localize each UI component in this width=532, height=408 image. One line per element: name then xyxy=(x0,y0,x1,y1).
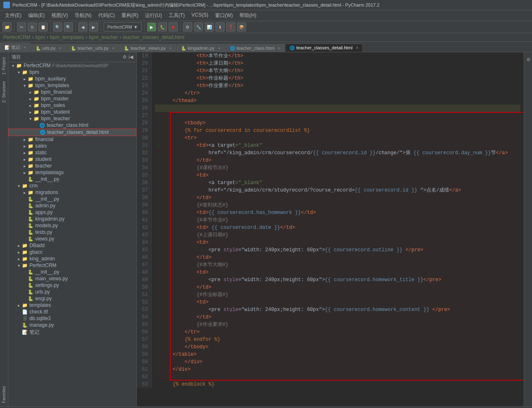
tree-item-admin.py[interactable]: 🐍admin.py xyxy=(8,202,136,209)
tree-item-sales[interactable]: ▸📁sales xyxy=(8,143,136,149)
code-line-32[interactable]: href="/king_admin/crm/courserecord/{{ co… xyxy=(155,149,520,157)
tree-item-templates[interactable]: ▸📁templates xyxy=(8,302,136,308)
code-line-43[interactable]: {#上课日期#} xyxy=(155,231,520,239)
tree-item-migrations[interactable]: ▸📁migrations xyxy=(8,189,136,196)
tree-item-student[interactable]: ▸📁student xyxy=(8,156,136,163)
code-line-63[interactable]: {% endblock %} xyxy=(155,381,520,388)
code-line-41[interactable]: {#本节作业#} xyxy=(155,216,520,224)
code-line-62[interactable] xyxy=(155,373,520,381)
tree-item-bpm_templates[interactable]: ▾📁bpm_templates xyxy=(8,82,136,89)
tree-item-king_admin[interactable]: ▸📁king_admin xyxy=(8,255,136,262)
toolbar-btn-misc5[interactable]: ❓ xyxy=(226,22,235,32)
menu-item[interactable]: 视图(V) xyxy=(48,11,71,20)
tree-item-manage.py[interactable]: 🐍manage.py xyxy=(8,322,136,328)
code-line-61[interactable]: </div> xyxy=(155,366,520,373)
menu-item[interactable]: 导航(N) xyxy=(71,11,95,20)
tab-kingadmin-py[interactable]: 🐍kingadmin.py× xyxy=(177,44,225,52)
code-line-46[interactable]: </td> xyxy=(155,254,520,261)
tab-teacher_views-py[interactable]: 🐍teacher_views.py× xyxy=(119,44,176,52)
tree-item-static[interactable]: ▸📁static xyxy=(8,149,136,156)
tree-item-bpm_student[interactable]: ▸📁bpm_student xyxy=(8,109,136,115)
code-line-57[interactable]: {% endfor %} xyxy=(155,336,520,343)
code-editor[interactable]: 1920212223242526272829303132333435363738… xyxy=(137,52,524,406)
menu-item[interactable]: 运行(U) xyxy=(142,11,165,20)
tree-item-financial[interactable]: ▸📁financial xyxy=(8,136,136,143)
code-line-45[interactable]: <pre style="width: 240px;height: 60px">{… xyxy=(155,246,520,254)
tree-item-__init__.py[interactable]: 🐍__init__.py xyxy=(8,176,136,182)
tab-urls-py[interactable]: 🐍urls.py× xyxy=(31,44,66,52)
tree-item-teacher_class.html[interactable]: 🌐teacher_class.html xyxy=(8,122,136,129)
code-line-36[interactable]: <a target="_blank" xyxy=(155,179,520,187)
side-tab-structure[interactable]: 2: Structure xyxy=(0,78,7,106)
tree-item-teacher[interactable]: ▸📁teacher xyxy=(8,163,136,169)
code-line-39[interactable]: {#签到状态#} xyxy=(155,202,520,209)
code-line-21[interactable]: <th>本节大纲</th> xyxy=(155,67,520,75)
right-tab-1[interactable]: ⚙ xyxy=(525,54,532,65)
tree-item-__init__.py[interactable]: 🐍__init__.py xyxy=(8,196,136,202)
tree-item-models.py[interactable]: 🐍models.py xyxy=(8,222,136,229)
tree-item-db.sqlite3[interactable]: 🗄db.sqlite3 xyxy=(8,315,136,322)
tree-item-笔记[interactable]: 📝笔记 xyxy=(8,328,136,336)
tree-item-teacher_classes_detail.html[interactable]: 🌐teacher_classes_detail.html xyxy=(8,129,136,136)
side-tab-project[interactable]: 1: Project xyxy=(0,54,7,78)
tree-item-main_views.py[interactable]: 🐍main_views.py xyxy=(8,275,136,282)
toolbar-stop[interactable]: ⏹ xyxy=(169,22,178,32)
toolbar-btn-search1[interactable]: 🔍 xyxy=(53,22,62,32)
nav-bpm[interactable]: bpm xyxy=(35,34,45,40)
toolbar-project-dropdown[interactable]: PerfectCRM ▼ xyxy=(104,22,142,32)
tree-item-templatetags[interactable]: ▸📁templatetags xyxy=(8,169,136,176)
toolbar-btn-misc2[interactable]: 🔧 xyxy=(194,22,203,32)
code-line-30[interactable]: <tr> xyxy=(155,134,520,142)
code-line-27[interactable] xyxy=(155,112,520,119)
toolbar-btn-fwd[interactable]: ▶ xyxy=(89,22,98,32)
toolbar-btn-paste[interactable]: 📋 xyxy=(39,22,48,32)
code-line-35[interactable]: <td> xyxy=(155,172,520,179)
tree-item-views.py[interactable]: 🐍views.py xyxy=(8,236,136,242)
tree-item-PerfectCRM[interactable]: ▾📁PerfectCRM xyxy=(8,262,136,269)
tree-item-bpm_financial[interactable]: ▸📁bpm_financial xyxy=(8,89,136,95)
code-line-20[interactable]: <th>上课日期</th> xyxy=(155,60,520,67)
code-line-51[interactable]: {#作业标题#} xyxy=(155,291,520,299)
nav-perfectcrm[interactable]: PerfectCRM xyxy=(3,34,30,40)
code-line-37[interactable]: href="/king_admin/crm/studyrecord/?cours… xyxy=(155,187,520,194)
tree-header-btn1[interactable]: ⚙ xyxy=(123,54,127,60)
code-line-19[interactable]: <th>本节作业</th> xyxy=(155,52,520,60)
tree-item-bpm_sales[interactable]: ▸📁bpm_sales xyxy=(8,102,136,109)
code-line-59[interactable]: </table> xyxy=(155,351,520,358)
tree-item-wsgi.py[interactable]: 🐍wsgi.py xyxy=(8,295,136,302)
code-line-53[interactable]: <pre style="width: 240px;height: 60px">{… xyxy=(155,306,520,313)
toolbar-btn-misc6[interactable]: 📦 xyxy=(237,22,246,32)
menu-item[interactable]: 工具(T) xyxy=(165,11,188,20)
code-line-26[interactable] xyxy=(155,104,520,112)
tree-item-bpm_teacher[interactable]: ▾📁bpm_teacher xyxy=(8,115,136,122)
menu-item[interactable]: 重构(R) xyxy=(118,11,142,20)
tree-item-bpm_auxiliary[interactable]: ▸📁bpm_auxiliary xyxy=(8,75,136,82)
code-line-31[interactable]: → <td><a target="_blank" xyxy=(155,142,520,149)
tree-item-kingadmin.py[interactable]: 🐍kingadmin.py xyxy=(8,216,136,222)
code-line-42[interactable]: <td> {{ courserecord.date }}</td> xyxy=(155,224,520,231)
code-line-49[interactable]: <pre style="width: 240px;height: 60px">{… xyxy=(155,276,520,284)
tree-item-DBadd[interactable]: ▸📁DBadd xyxy=(8,242,136,249)
code-line-33[interactable]: </td> xyxy=(155,157,520,164)
nav-file[interactable]: teacher_classes_detail.html xyxy=(123,34,184,40)
code-line-23[interactable]: <th>作业要求</th> xyxy=(155,82,520,90)
toolbar-debug[interactable]: 🐛 xyxy=(158,22,167,32)
tree-item-tests.py[interactable]: 🐍tests.py xyxy=(8,229,136,236)
toolbar-btn-1[interactable]: 📁 xyxy=(2,22,12,32)
tree-item-apps.py[interactable]: 🐍apps.py xyxy=(8,209,136,216)
code-line-22[interactable]: <th>作业标题</th> xyxy=(155,75,520,82)
tab-teacher_classes_detail-html[interactable]: 🌐teacher_classes_detail.html× xyxy=(285,44,363,52)
tab-笔记[interactable]: 📝笔记× xyxy=(0,43,31,52)
tab-teacher_urls-py[interactable]: 🐍teacher_urls.py× xyxy=(66,44,119,52)
code-line-47[interactable]: {#本节大纲#} xyxy=(155,261,520,269)
tree-item-gbacc[interactable]: ▸📁gbacc xyxy=(8,249,136,255)
tree-item-__init__.py[interactable]: 🐍__init__.py xyxy=(8,269,136,275)
tree-header-btn2[interactable]: |◀ xyxy=(128,54,133,60)
menu-item[interactable]: 编辑(E) xyxy=(25,11,48,20)
toolbar-btn-misc4[interactable]: ⬇ xyxy=(215,22,225,32)
code-line-24[interactable]: </tr> xyxy=(155,90,520,97)
menu-item[interactable]: 窗口(W) xyxy=(212,11,236,20)
code-line-55[interactable]: {#作业要求#} xyxy=(155,321,520,328)
code-lines[interactable]: <th>本节作业</th> <th>上课日期</th> <th>本节大纲</th… xyxy=(152,52,524,388)
toolbar-btn-search2[interactable]: 🔍 xyxy=(64,22,73,32)
